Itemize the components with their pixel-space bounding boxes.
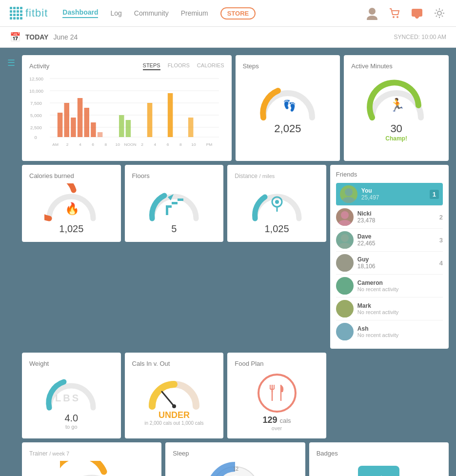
- svg-rect-27: [126, 120, 131, 137]
- svg-text:👣: 👣: [283, 99, 297, 112]
- svg-point-69: [338, 335, 351, 340]
- logo-grid: [10, 7, 22, 20]
- svg-text:10: 10: [191, 142, 196, 147]
- svg-rect-25: [98, 132, 103, 137]
- friend-name-cameron: Cameron: [357, 279, 443, 286]
- weight-card: Weight LBS 4.0 to go: [22, 353, 121, 438]
- friend-rank-guy: 4: [439, 259, 443, 267]
- svg-text:PM: PM: [206, 142, 213, 147]
- friend-avatar-nicki: [336, 208, 354, 226]
- friend-avatar-cameron: [336, 277, 354, 295]
- dashboard-grid: Activity STEPS FLOORS CALORIES: [22, 55, 449, 476]
- activity-card: Activity STEPS FLOORS CALORIES: [22, 55, 232, 161]
- svg-text:12,500: 12,500: [29, 77, 43, 81]
- weight-sub: to go: [65, 424, 77, 430]
- weight-title: Weight: [29, 360, 114, 367]
- friend-info-ash: Ash No recent activity: [357, 325, 443, 338]
- svg-text:7,500: 7,500: [30, 101, 42, 106]
- friend-steps-dave: 22,465: [357, 240, 436, 247]
- svg-text:AM: AM: [52, 142, 59, 147]
- svg-marker-5: [415, 17, 419, 19]
- nav-log[interactable]: Log: [110, 9, 121, 17]
- friend-rank-nicki: 2: [439, 214, 443, 221]
- activity-tabs: STEPS FLOORS CALORIES: [143, 62, 224, 70]
- svg-text:5,000: 5,000: [30, 113, 42, 118]
- friends-title: Friends: [336, 171, 443, 178]
- active-minutes-sub: Champ!: [385, 135, 407, 142]
- friend-info-dave: Dave 22,465: [357, 233, 436, 247]
- tab-floors[interactable]: FLOORS: [168, 62, 190, 70]
- nav-community[interactable]: Community: [134, 9, 169, 17]
- cart-icon[interactable]: [388, 6, 401, 20]
- friend-item-mark[interactable]: Mark No recent activity: [336, 298, 443, 320]
- friend-rank-dave: 3: [439, 237, 443, 244]
- friend-avatar-you: [340, 185, 357, 203]
- sleep-title: Sleep: [173, 450, 297, 457]
- nav-dashboard[interactable]: Dashboard: [62, 8, 98, 18]
- friend-info-cameron: Cameron No recent activity: [357, 279, 443, 292]
- tab-calories[interactable]: CALORIES: [197, 62, 224, 70]
- svg-text:0: 0: [35, 135, 37, 140]
- floors-value: 5: [171, 223, 177, 235]
- friend-item-cameron[interactable]: Cameron No recent activity: [336, 275, 443, 298]
- menu-icon[interactable]: ☰: [7, 58, 15, 68]
- active-minutes-title: Active Minutes: [351, 62, 441, 70]
- svg-rect-20: [64, 103, 69, 137]
- navigation: fitbit Dashboard Log Community Premium S…: [0, 0, 456, 27]
- svg-text:8: 8: [179, 142, 182, 147]
- svg-point-63: [338, 266, 351, 272]
- badges-title: Badges: [317, 450, 441, 457]
- friend-avatar-mark: [336, 300, 354, 317]
- nav-store-button[interactable]: STORE: [220, 7, 256, 20]
- svg-point-72: [172, 404, 176, 408]
- nav-links: Dashboard Log Community Premium STORE: [62, 7, 365, 20]
- logo[interactable]: fitbit: [10, 7, 48, 20]
- calories-card: Calories burned 🔥 1,025: [22, 165, 121, 242]
- friend-name-dave: Dave: [357, 233, 436, 240]
- active-minutes-card: Active Minutes 🏃 30 Champ!: [344, 55, 449, 161]
- friend-item-ash[interactable]: Ash No recent activity: [336, 320, 443, 343]
- friend-item-guy[interactable]: Guy 18,106 4: [336, 252, 443, 275]
- nav-premium[interactable]: Premium: [181, 9, 208, 17]
- profile-icon[interactable]: [365, 6, 379, 20]
- friend-name-mark: Mark: [357, 302, 443, 309]
- logo-text: fitbit: [25, 7, 48, 20]
- calories-value: 1,025: [59, 223, 83, 235]
- tab-steps[interactable]: STEPS: [143, 62, 160, 70]
- badges-card: Badges 15: [309, 442, 449, 476]
- row-2: Calories burned 🔥 1,025 Floors: [22, 165, 449, 349]
- friend-item-dave[interactable]: Dave 22,465 3: [336, 229, 443, 252]
- cals-in-out-card: Cals In v. Out UNDER in 2,000 cals: [125, 353, 224, 438]
- row-4: Trainer / week 7 👟 1,693 Activity Calori…: [22, 442, 449, 476]
- food-icon-circle: [258, 374, 297, 413]
- svg-rect-23: [84, 108, 89, 137]
- svg-text:LBS: LBS: [55, 393, 80, 403]
- cals-status: UNDER: [159, 410, 190, 420]
- main-content: ☰ Activity STEPS FLOORS CALORIES: [0, 48, 456, 476]
- friend-steps-cameron: No recent activity: [357, 286, 443, 292]
- date-left: 📅 TODAY June 24: [10, 32, 78, 42]
- friend-item-nicki[interactable]: Nicki 23,478 2: [336, 206, 443, 229]
- svg-point-54: [275, 200, 279, 204]
- svg-text:🏃: 🏃: [389, 97, 405, 113]
- friend-info-guy: Guy 18,106: [357, 256, 436, 270]
- calendar-icon: 📅: [10, 32, 20, 42]
- svg-rect-24: [91, 122, 96, 137]
- svg-text:🔥: 🔥: [65, 201, 79, 216]
- svg-text:10: 10: [116, 142, 120, 147]
- distance-value: 1,025: [265, 223, 289, 235]
- steps-title: Steps: [243, 62, 333, 70]
- active-minutes-value: 30: [390, 122, 402, 135]
- svg-text:8: 8: [105, 142, 107, 147]
- floors-title: Floors: [132, 172, 217, 179]
- svg-point-0: [369, 8, 376, 15]
- svg-text:10,000: 10,000: [29, 89, 43, 94]
- settings-icon[interactable]: [433, 6, 446, 20]
- message-icon[interactable]: [410, 6, 424, 20]
- friend-item-you[interactable]: You 25,497 1: [336, 183, 443, 206]
- food-plan-card: Food Plan: [227, 353, 326, 438]
- steps-value: 2,025: [274, 122, 301, 135]
- svg-rect-30: [188, 118, 194, 137]
- svg-point-3: [397, 16, 398, 18]
- svg-rect-28: [147, 103, 153, 137]
